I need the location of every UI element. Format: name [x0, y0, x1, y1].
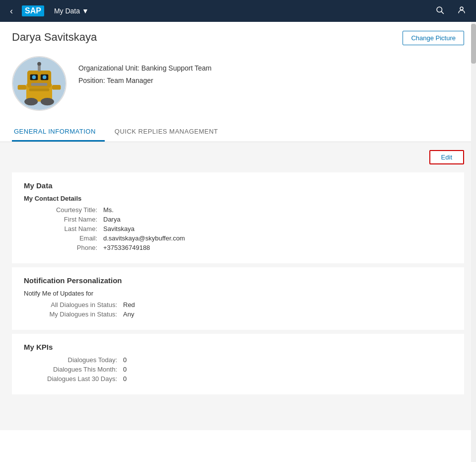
svg-rect-10 [38, 65, 41, 71]
my-dialogues-value: Any [123, 310, 134, 318]
notify-subtitle: Notify Me of Updates for [24, 290, 452, 297]
svg-line-1 [441, 11, 443, 13]
dialogues-30days-label: Dialogues Last 30 Days: [24, 375, 123, 383]
all-dialogues-value: Red [123, 301, 135, 308]
courtesy-title-label: Courtesy Title: [24, 206, 103, 214]
phone-row: Phone: +375336749188 [24, 244, 452, 251]
top-navigation: ‹ SAP My Data ▼ [0, 0, 476, 22]
position: Position: Team Manager [78, 75, 211, 87]
email-row: Email: d.savitskaya@skybuffer.com [24, 234, 452, 242]
user-icon[interactable] [453, 3, 470, 19]
sap-logo-triangle [45, 7, 49, 15]
courtesy-title-row: Courtesy Title: Ms. [24, 206, 452, 214]
last-name-label: Last Name: [24, 225, 103, 232]
email-label: Email: [24, 234, 103, 242]
back-button[interactable]: ‹ [6, 4, 17, 18]
my-dialogues-row: My Dialogues in Status: Any [24, 310, 452, 318]
svg-rect-13 [29, 88, 49, 91]
all-dialogues-row: All Dialogues in Status: Red [24, 301, 452, 308]
my-contact-details-title: My Contact Details [24, 195, 452, 202]
profile-section: Organizational Unit: Banking Support Tea… [0, 51, 476, 121]
kpis-section: My KPIs Dialogues Today: 0 Dialogues Thi… [12, 334, 464, 394]
change-picture-button[interactable]: Change Picture [403, 31, 464, 45]
edit-row: Edit [12, 150, 464, 164]
dialogues-today-value: 0 [123, 356, 127, 364]
dialogues-today-row: Dialogues Today: 0 [24, 356, 452, 364]
avatar [12, 56, 67, 111]
svg-point-9 [43, 76, 47, 79]
notification-section: Notification Personalization Notify Me o… [12, 267, 464, 330]
org-unit: Organizational Unit: Banking Support Tea… [78, 62, 211, 75]
content-area: Edit My Data My Contact Details Courtesy… [0, 142, 476, 430]
first-name-row: First Name: Darya [24, 216, 452, 223]
kpis-title: My KPIs [24, 343, 452, 351]
dialogues-today-label: Dialogues Today: [24, 356, 123, 364]
scrollbar-thumb[interactable] [471, 24, 476, 64]
courtesy-title-value: Ms. [103, 206, 114, 214]
phone-label: Phone: [24, 244, 103, 251]
phone-value: +375336749188 [103, 244, 150, 251]
svg-point-16 [24, 98, 38, 105]
svg-rect-15 [52, 85, 61, 90]
search-icon[interactable] [431, 3, 448, 19]
svg-point-2 [460, 7, 463, 10]
edit-button[interactable]: Edit [429, 150, 464, 164]
first-name-label: First Name: [24, 216, 103, 223]
page-title: Darya Savitskaya [12, 31, 97, 44]
my-dialogues-label: My Dialogues in Status: [34, 310, 123, 318]
tabs-bar: GENERAL INFORMATION QUICK REPLIES MANAGE… [0, 123, 476, 142]
my-data-section: My Data My Contact Details Courtesy Titl… [12, 172, 464, 263]
tab-general-information[interactable]: GENERAL INFORMATION [12, 123, 105, 142]
all-dialogues-label: All Dialogues in Status: [34, 301, 123, 308]
tab-quick-replies-management[interactable]: QUICK REPLIES MANAGEMENT [113, 123, 227, 142]
svg-point-8 [32, 76, 36, 79]
position-label: Position: [78, 77, 105, 84]
app-title-arrow: ▼ [82, 7, 89, 15]
svg-rect-14 [18, 85, 26, 90]
dialogues-month-row: Dialogues This Month: 0 [24, 366, 452, 373]
dialogues-month-label: Dialogues This Month: [24, 366, 123, 373]
svg-rect-12 [31, 83, 48, 86]
scrollbar[interactable] [471, 22, 476, 462]
svg-point-11 [37, 62, 41, 66]
my-data-title: My Data [24, 181, 452, 190]
dialogues-month-value: 0 [123, 366, 127, 373]
position-value: Team Manager [107, 77, 153, 84]
notification-title: Notification Personalization [24, 276, 452, 285]
org-unit-label: Organizational Unit: [78, 64, 139, 72]
profile-info: Organizational Unit: Banking Support Tea… [78, 56, 211, 87]
app-title[interactable]: My Data ▼ [54, 7, 89, 15]
last-name-value: Savitskaya [103, 225, 135, 232]
svg-point-17 [41, 98, 54, 105]
dialogues-30days-value: 0 [123, 375, 127, 383]
org-unit-value: Banking Support Team [141, 64, 211, 72]
sap-logo-text: SAP [22, 5, 44, 16]
first-name-value: Darya [103, 216, 121, 223]
app-title-label: My Data [54, 7, 80, 15]
sap-logo: SAP [22, 5, 49, 16]
last-name-row: Last Name: Savitskaya [24, 225, 452, 232]
dialogues-30days-row: Dialogues Last 30 Days: 0 [24, 375, 452, 383]
email-value: d.savitskaya@skybuffer.com [103, 234, 185, 242]
avatar-image [13, 56, 66, 111]
page-header: Darya Savitskaya Change Picture [0, 22, 476, 51]
